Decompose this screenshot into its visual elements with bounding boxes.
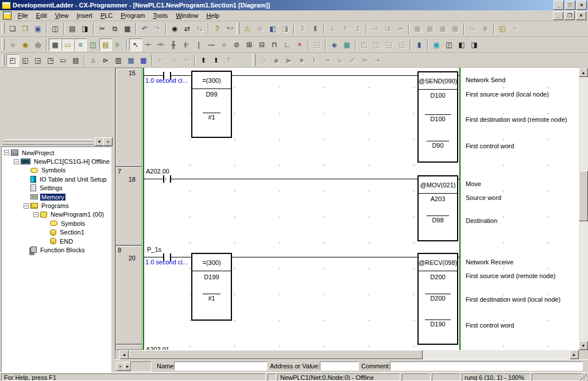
toolbar-handle[interactable] — [237, 22, 239, 34]
menu-plc[interactable]: PLC — [96, 11, 117, 20]
download-to-plc-icon[interactable]: ⇓ — [326, 22, 339, 35]
scroll-left-button[interactable]: ◄ — [119, 350, 129, 359]
help-icon[interactable]: ? — [211, 22, 223, 35]
new-coil-icon[interactable]: ○ — [218, 39, 230, 51]
window-diagram-icon[interactable]: ◫ — [443, 39, 455, 51]
upload-from-plc-icon[interactable]: ⇑ — [339, 22, 351, 35]
new-instruction-up-icon[interactable]: ⊓ — [268, 39, 281, 51]
instruction-block-equals[interactable]: =(300) D99 #1 — [191, 71, 232, 138]
symbol-bar-icon[interactable]: ⊩ — [112, 39, 125, 51]
operand[interactable]: A203 — [419, 195, 457, 202]
function-block-icon[interactable]: ◈ — [328, 39, 341, 51]
differential-monitor-icon[interactable]: ⋕ — [479, 22, 492, 35]
close-button[interactable]: × — [577, 1, 587, 10]
operand[interactable]: D100 — [419, 92, 457, 99]
data-display-icon[interactable]: ▩ — [137, 54, 150, 67]
instruction-block-mov[interactable]: @MOV(021) A203 D98 — [417, 175, 458, 241]
undo-icon[interactable]: ↶ — [138, 22, 151, 35]
minimize-button[interactable]: _ — [554, 1, 564, 10]
mdi-restore-button[interactable]: ❐ — [564, 11, 575, 20]
data-trace-icon[interactable]: ≈ — [509, 22, 521, 35]
vertical-line-icon[interactable]: | — [192, 39, 205, 51]
local-window-icon[interactable]: ⌂ — [87, 54, 99, 67]
menu-help[interactable]: Help — [202, 11, 223, 20]
io-comment-icon[interactable]: ◫ — [87, 39, 99, 51]
document-icon[interactable] — [3, 11, 11, 20]
scroll-thumb[interactable] — [129, 350, 423, 359]
close-info-bar-button[interactable]: × — [116, 362, 125, 371]
save-file-icon[interactable]: ▣ — [32, 22, 44, 35]
new-contact-icon[interactable]: ⊣⊢ — [142, 39, 154, 51]
find-icon[interactable]: ◉ — [168, 22, 181, 35]
fb-instance-icon[interactable]: ▦ — [341, 39, 353, 51]
mode-program-icon[interactable]: ▦ — [411, 22, 424, 35]
rung-list-icon[interactable]: ≡ — [74, 39, 87, 51]
drag-handle[interactable] — [3, 142, 94, 145]
tree-item-newplc1-cs1g-h-offline[interactable]: −NewPLC1[CS1G-H] Offline — [2, 157, 111, 166]
instruction-block-recv[interactable]: @RECV(098) D200 D200 D190 — [417, 253, 458, 345]
workspace-close-button[interactable]: × — [103, 137, 113, 146]
watch-window-icon[interactable]: ◱ — [496, 22, 509, 35]
compile-icon[interactable]: ⚠ — [241, 22, 254, 35]
new-instruction-icon[interactable]: ⊞ — [243, 39, 256, 51]
mode-monitor-icon[interactable]: ▦ — [436, 22, 449, 35]
radix-hex-icon[interactable]: 16 — [180, 54, 192, 67]
tree-item-settings[interactable]: Settings — [2, 184, 111, 193]
up-differentiated-contact[interactable]: ↑ — [163, 175, 171, 183]
doc-find-icon[interactable]: ◫ — [49, 22, 61, 35]
tree-item-symbols[interactable]: Symbols — [2, 166, 111, 175]
cross-reference-icon[interactable]: ▣ — [430, 39, 443, 51]
window-symbol-icon[interactable]: ◨ — [468, 39, 481, 51]
menu-edit[interactable]: Edit — [32, 11, 51, 20]
expander-minus-icon[interactable]: − — [33, 212, 38, 217]
mdi-minimize-button[interactable]: _ — [553, 11, 563, 20]
debug-run-icon[interactable]: ▶ — [283, 54, 295, 67]
jump-back-icon[interactable]: ⬆ — [197, 54, 210, 67]
pause-monitor-icon[interactable]: ‖ — [296, 22, 309, 35]
tree-item-function-blocks[interactable]: Function Blocks — [2, 245, 111, 254]
print-icon[interactable]: ▤ — [66, 22, 79, 35]
tree-item-io-table-and-unit-setup[interactable]: IO Table and Unit Setup — [2, 175, 111, 183]
new-instruction2-icon[interactable]: ⊟ — [256, 39, 268, 51]
tree-item-memory[interactable]: Memory — [2, 193, 111, 201]
toggle-project-tree-icon[interactable]: ◰ — [6, 54, 19, 67]
operand[interactable]: D99 — [192, 91, 231, 98]
work-online-simulator-icon[interactable]: ◨ — [279, 22, 292, 35]
menu-insert[interactable]: Insert — [72, 11, 96, 20]
new-file-icon[interactable]: ❏ — [6, 22, 19, 35]
redo-icon[interactable]: ↷ — [151, 22, 164, 35]
new-or-closed-contact-icon[interactable]: ╫/ — [180, 39, 192, 51]
new-or-contact-icon[interactable]: ╫ — [167, 39, 180, 51]
fb-new-param-icon[interactable]: ◱ — [396, 39, 408, 51]
debug-stop-icon[interactable]: ■ — [295, 54, 308, 67]
step-out-icon[interactable]: ⇗ — [346, 54, 358, 67]
compile-all-icon[interactable]: ⊛ — [254, 22, 266, 35]
comment-input[interactable] — [390, 361, 583, 371]
rung-margin-cell[interactable]: 8 20 — [115, 245, 142, 344]
ladder-canvas[interactable]: ++++++++++++++++++++++++++++++++++++++++… — [115, 68, 579, 350]
new-closed-coil-icon[interactable]: ⊘ — [230, 39, 243, 51]
vertical-scrollbar[interactable]: ▲ ▼ — [579, 68, 588, 350]
toggle-address-ref-icon[interactable]: ▭ — [57, 54, 69, 67]
toggle-watch-window-icon[interactable]: ◲ — [32, 54, 44, 67]
toggle-xref-window-icon[interactable]: ◳ — [44, 54, 57, 67]
mode-run-icon[interactable]: ▦ — [449, 22, 462, 35]
operand[interactable]: D200 — [419, 274, 457, 280]
fb-library-icon[interactable]: ▮ — [413, 39, 425, 51]
address-input[interactable] — [320, 361, 359, 371]
force-on-icon[interactable]: ◇ — [257, 54, 270, 67]
tree-item-section1[interactable]: Section1 — [2, 228, 111, 237]
replace-icon[interactable]: ⇄ — [181, 22, 194, 35]
continuous-run-icon[interactable]: ⇉ — [381, 22, 394, 35]
workspace-menu-button[interactable]: ▾ — [95, 137, 104, 146]
replace-all-icon[interactable]: ⇆ — [194, 22, 206, 35]
mdi-close-button[interactable]: × — [576, 11, 586, 20]
resize-grip[interactable] — [581, 374, 588, 381]
scroll-thumb[interactable] — [579, 171, 588, 221]
menu-file[interactable]: File — [14, 11, 32, 20]
fb-out-param-icon[interactable]: ◳ — [370, 39, 383, 51]
io-memory-icon[interactable]: ▦ — [125, 54, 137, 67]
jump-address-icon[interactable]: ⇑ — [222, 54, 235, 67]
toolbar-handle[interactable] — [2, 54, 5, 66]
scroll-down-button[interactable]: ▼ — [579, 341, 588, 350]
